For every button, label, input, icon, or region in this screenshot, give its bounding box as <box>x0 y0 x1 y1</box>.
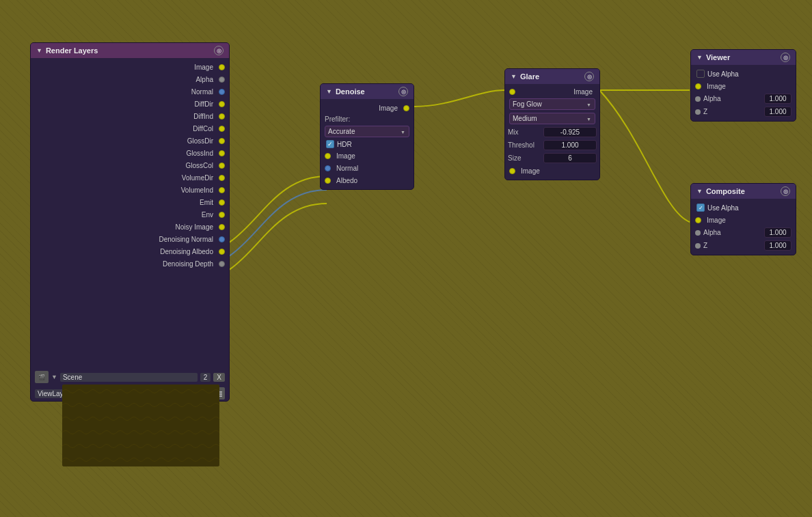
output-denoising-depth: Denoising Depth <box>31 257 229 270</box>
output-emit-dot[interactable] <box>219 199 225 206</box>
composite-use-alpha-row: Use Alpha <box>691 201 796 214</box>
glare-quality-dropdown[interactable]: Medium Low High <box>509 113 595 124</box>
output-glossdir-dot[interactable] <box>219 138 225 144</box>
scene-name[interactable]: Scene <box>60 373 198 382</box>
output-glossind-label: GlossInd <box>187 150 213 157</box>
output-glossdir-label: GlossDir <box>187 137 213 145</box>
denoise-input-normal-label: Normal <box>336 165 358 172</box>
output-denoising-albedo: Denoising Albedo <box>31 245 229 257</box>
output-diffind-dot[interactable] <box>219 113 225 120</box>
threshold-row: Threshol 1.000 <box>505 139 599 152</box>
denoise-icon: ◎ <box>398 87 408 96</box>
denoise-output-dot[interactable] <box>403 105 409 111</box>
output-denoising-normal: Denoising Normal <box>31 233 229 245</box>
composite-alpha-value[interactable]: 1.000 <box>764 227 791 238</box>
viewer-body: Use Alpha Image Alpha 1.000 Z 1.000 <box>691 65 796 121</box>
viewer-z-label: Z <box>703 108 761 115</box>
output-env-dot[interactable] <box>219 212 225 218</box>
denoise-input-albedo-dot[interactable] <box>325 178 331 184</box>
glare-output-dot[interactable] <box>509 168 515 174</box>
scene-number[interactable]: 2 <box>200 373 211 382</box>
output-denoising-depth-dot[interactable] <box>219 261 225 267</box>
glare-output-row: Image <box>505 165 599 177</box>
output-normal-dot[interactable] <box>219 89 225 95</box>
collapse-arrow: ▼ <box>36 47 42 54</box>
dropdown-arrow: ▼ <box>51 374 57 380</box>
viewer-icon: ◎ <box>781 53 790 62</box>
glare-top-input-label: Image <box>573 88 593 96</box>
render-layers-icon: ◎ <box>214 46 224 55</box>
denoise-input-image: Image <box>321 150 414 162</box>
composite-title: Composite <box>706 187 745 195</box>
viewer-use-alpha-row: Use Alpha <box>691 68 796 80</box>
denoise-input-normal-dot[interactable] <box>325 165 331 171</box>
composite-z-dot <box>695 243 701 249</box>
glare-type-wrapper: Fog Glow Ghosts Streaks Simple Star <box>505 97 599 111</box>
viewer-z-value[interactable]: 1.000 <box>764 107 791 117</box>
denoise-input-normal: Normal <box>321 162 414 174</box>
composite-input-dot[interactable] <box>695 217 701 223</box>
prefilter-dropdown[interactable]: Accurate Fast None <box>325 126 409 137</box>
viewer-header[interactable]: ▼ Viewer ◎ <box>691 50 796 65</box>
output-diffdir-label: DiffDir <box>194 100 213 108</box>
output-env-label: Env <box>202 211 213 219</box>
viewer-title: Viewer <box>706 53 730 61</box>
threshold-value[interactable]: 1.000 <box>543 140 597 150</box>
composite-input-image: Image <box>691 214 796 226</box>
composite-z-value[interactable]: 1.000 <box>764 240 791 251</box>
composite-body: Use Alpha Image Alpha 1.000 Z 1.000 <box>691 199 796 255</box>
output-noisy-image-dot[interactable] <box>219 224 225 230</box>
output-volumedir-label: VolumeDir <box>182 174 213 182</box>
size-row: Size 6 <box>505 152 599 165</box>
hdr-checkbox-row: HDR <box>321 139 414 150</box>
glare-io-row: Image <box>505 87 599 97</box>
output-diffcol-label: DiffCol <box>193 125 213 132</box>
output-glosscol-dot[interactable] <box>219 163 225 169</box>
mix-value[interactable]: -0.925 <box>543 127 597 137</box>
render-layers-header[interactable]: ▼ Render Layers ◎ <box>31 43 229 58</box>
viewer-alpha-value[interactable]: 1.000 <box>764 94 791 104</box>
output-denoising-albedo-dot[interactable] <box>219 249 225 255</box>
output-diffcol-dot[interactable] <box>219 126 225 132</box>
output-denoising-normal-dot[interactable] <box>219 236 225 242</box>
output-volumedir: VolumeDir <box>31 171 229 184</box>
viewer-alpha-label: Alpha <box>703 95 761 102</box>
output-noisy-image: Noisy Image <box>31 221 229 233</box>
glare-icon: ◎ <box>584 72 594 81</box>
glare-header[interactable]: ▼ Glare ◎ <box>505 69 599 84</box>
denoise-header[interactable]: ▼ Denoise ◎ <box>321 84 414 99</box>
output-diffdir: DiffDir <box>31 98 229 110</box>
viewer-use-alpha-checkbox[interactable] <box>696 70 705 78</box>
output-diffdir-dot[interactable] <box>219 101 225 107</box>
hdr-checkbox[interactable] <box>326 140 334 148</box>
viewer-use-alpha-label: Use Alpha <box>707 70 739 78</box>
output-glosscol-label: GlossCol <box>185 162 213 169</box>
size-value[interactable]: 6 <box>543 153 597 163</box>
viewer-input-label: Image <box>707 83 726 90</box>
denoise-input-image-dot[interactable] <box>325 153 331 159</box>
composite-alpha-row: Alpha 1.000 <box>691 226 796 239</box>
size-label: Size <box>508 154 542 162</box>
output-volumeind-label: VolumeInd <box>181 186 213 194</box>
composite-node: ▼ Composite ◎ Use Alpha Image Alpha 1.00… <box>690 183 796 255</box>
output-image-dot[interactable] <box>219 64 225 70</box>
prefilter-row: Prefilter: <box>321 114 414 124</box>
glare-type-dropdown[interactable]: Fog Glow Ghosts Streaks Simple Star <box>509 98 595 110</box>
output-volumeind-dot[interactable] <box>219 187 225 193</box>
glare-node: ▼ Glare ◎ Image Fog Glow Ghosts Streaks … <box>504 68 600 180</box>
output-normal: Normal <box>31 85 229 98</box>
denoise-input-albedo: Albedo <box>321 174 414 186</box>
output-alpha-dot[interactable] <box>219 76 225 83</box>
close-button[interactable]: X <box>213 373 225 382</box>
denoise-output-label: Image <box>379 104 398 112</box>
output-glossind-dot[interactable] <box>219 150 225 156</box>
composite-use-alpha-checkbox[interactable] <box>696 204 705 212</box>
viewer-z-row: Z 1.000 <box>691 105 796 118</box>
output-volumedir-dot[interactable] <box>219 175 225 181</box>
viewer-input-dot[interactable] <box>695 83 701 89</box>
output-glossdir: GlossDir <box>31 135 229 147</box>
composite-header[interactable]: ▼ Composite ◎ <box>691 184 796 199</box>
glare-top-input-dot[interactable] <box>509 89 515 95</box>
viewer-z-dot <box>695 109 701 115</box>
mix-label: Mix <box>508 128 542 136</box>
